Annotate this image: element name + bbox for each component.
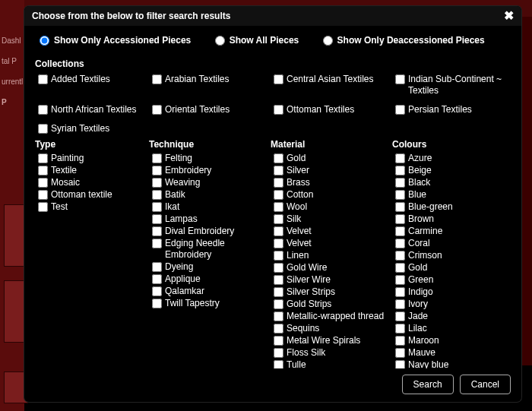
colour-green[interactable]: Green — [395, 274, 514, 286]
technique-embroidery[interactable]: Embroidery — [152, 165, 271, 176]
material-tulle[interactable]: Tulle — [274, 359, 392, 369]
collection-indian-sub-continent-textiles-checkbox[interactable] — [395, 74, 405, 84]
material-gold-checkbox[interactable] — [274, 153, 283, 163]
material-brass-checkbox[interactable] — [274, 178, 283, 188]
colour-jade[interactable]: Jade — [395, 311, 514, 322]
collection-north-african-textiles[interactable]: North African Textiles — [38, 104, 152, 115]
collection-ottoman-textiles-checkbox[interactable] — [274, 105, 283, 115]
technique-batik-checkbox[interactable] — [152, 190, 162, 200]
colour-coral[interactable]: Coral — [395, 238, 514, 249]
technique-edging-needle-embroidery-checkbox[interactable] — [152, 239, 162, 248]
technique-twill-tapestry[interactable]: Twill Tapestry — [152, 298, 271, 309]
technique-weaving-checkbox[interactable] — [152, 178, 162, 188]
colour-navy-blue-checkbox[interactable] — [395, 360, 405, 369]
colour-mauve-checkbox[interactable] — [395, 348, 405, 358]
material-silk[interactable]: Silk — [274, 213, 392, 225]
colour-brown[interactable]: Brown — [395, 213, 514, 225]
material-gold-strips-checkbox[interactable] — [274, 299, 283, 309]
technique-dival-embroidery[interactable]: Dival Embroidery — [152, 226, 271, 237]
material-silver-strips[interactable]: Silver Strips — [274, 286, 392, 298]
material-velvet-checkbox[interactable] — [274, 239, 283, 248]
material-gold[interactable]: Gold — [274, 153, 392, 164]
material-velvet[interactable]: Velvet — [274, 226, 392, 237]
technique-batik[interactable]: Batik — [152, 189, 271, 201]
type-painting[interactable]: Painting — [38, 153, 149, 164]
colour-ivory[interactable]: Ivory — [395, 299, 514, 310]
technique-felting[interactable]: Felting — [152, 153, 271, 164]
collection-north-african-textiles-checkbox[interactable] — [38, 105, 48, 115]
colour-maroon[interactable]: Maroon — [395, 335, 514, 346]
colour-coral-checkbox[interactable] — [395, 239, 405, 248]
colour-crimson-checkbox[interactable] — [395, 251, 405, 261]
colour-azure[interactable]: Azure — [395, 153, 514, 164]
technique-dival-embroidery-checkbox[interactable] — [152, 226, 162, 236]
material-wool-checkbox[interactable] — [274, 202, 283, 212]
material-gold-wire-checkbox[interactable] — [274, 263, 283, 273]
colour-crimson[interactable]: Crimson — [395, 250, 514, 261]
technique-applique[interactable]: Applique — [152, 273, 271, 285]
material-silver-strips-checkbox[interactable] — [274, 287, 283, 297]
type-textile-checkbox[interactable] — [38, 166, 48, 175]
colour-indigo-checkbox[interactable] — [395, 287, 405, 297]
material-velvet-checkbox[interactable] — [274, 226, 283, 236]
collection-added-textiles[interactable]: Added Textiles — [38, 74, 152, 96]
collection-persian-textiles-checkbox[interactable] — [395, 105, 405, 115]
collection-syrian-textiles[interactable]: Syrian Textiles — [38, 123, 152, 134]
type-textile[interactable]: Textile — [38, 165, 149, 176]
technique-qalamkar-checkbox[interactable] — [152, 286, 162, 296]
colour-mauve[interactable]: Mauve — [395, 347, 514, 359]
colour-blue[interactable]: Blue — [395, 189, 514, 201]
technique-twill-tapestry-checkbox[interactable] — [152, 299, 162, 308]
colour-navy-blue[interactable]: Navy blue — [395, 359, 514, 369]
material-silk-checkbox[interactable] — [274, 214, 283, 224]
type-test-checkbox[interactable] — [38, 202, 48, 212]
technique-ikat-checkbox[interactable] — [152, 202, 162, 212]
colour-black[interactable]: Black — [395, 177, 514, 188]
material-metallic-wrapped-thread[interactable]: Metallic-wrapped thread — [274, 311, 392, 322]
colour-carmine[interactable]: Carmine — [395, 226, 514, 237]
collection-ottoman-textiles[interactable]: Ottoman Textiles — [274, 104, 395, 115]
material-gold-strips[interactable]: Gold Strips — [274, 299, 392, 310]
colour-beige[interactable]: Beige — [395, 165, 514, 176]
collection-arabian-textiles-checkbox[interactable] — [152, 74, 162, 84]
radio-accessioned[interactable]: Show Only Accessioned Pieces — [40, 35, 191, 46]
collection-central-asian-textiles-checkbox[interactable] — [274, 74, 283, 84]
technique-qalamkar[interactable]: Qalamkar — [152, 286, 271, 297]
cancel-button[interactable]: Cancel — [460, 375, 511, 394]
technique-lampas[interactable]: Lampas — [152, 213, 271, 225]
colour-jade-checkbox[interactable] — [395, 311, 405, 321]
material-silver-checkbox[interactable] — [274, 166, 283, 175]
colour-gold[interactable]: Gold — [395, 262, 514, 273]
material-tulle-checkbox[interactable] — [274, 360, 283, 369]
technique-ikat[interactable]: Ikat — [152, 201, 271, 213]
colour-blue-checkbox[interactable] — [395, 190, 405, 200]
material-velvet[interactable]: Velvet — [274, 238, 392, 249]
colour-lilac[interactable]: Lilac — [395, 323, 514, 334]
colour-indigo[interactable]: Indigo — [395, 286, 514, 298]
colour-carmine-checkbox[interactable] — [395, 226, 405, 236]
technique-dyeing[interactable]: Dyeing — [152, 261, 271, 273]
material-metal-wire-spirals[interactable]: Metal Wire Spirals — [274, 335, 392, 346]
radio-all-input[interactable] — [215, 36, 225, 46]
technique-lampas-checkbox[interactable] — [152, 214, 162, 224]
material-sequins[interactable]: Sequins — [274, 323, 392, 334]
technique-applique-checkbox[interactable] — [152, 274, 162, 284]
type-ottoman-textile[interactable]: Ottoman textile — [38, 189, 149, 201]
collection-central-asian-textiles[interactable]: Central Asian Textiles — [274, 74, 395, 96]
colour-blue-green[interactable]: Blue-green — [395, 201, 514, 213]
type-painting-checkbox[interactable] — [38, 153, 48, 163]
technique-dyeing-checkbox[interactable] — [152, 262, 162, 272]
search-button[interactable]: Search — [402, 375, 454, 394]
type-mosaic[interactable]: Mosaic — [38, 177, 149, 188]
radio-accessioned-input[interactable] — [40, 36, 49, 46]
technique-felting-checkbox[interactable] — [152, 153, 162, 163]
technique-edging-needle-embroidery[interactable]: Edging Needle Embroidery — [152, 238, 271, 261]
colour-maroon-checkbox[interactable] — [395, 336, 405, 346]
type-ottoman-textile-checkbox[interactable] — [38, 190, 48, 200]
collection-oriental-textiles-checkbox[interactable] — [152, 105, 162, 115]
material-silver-wire-checkbox[interactable] — [274, 275, 283, 285]
technique-embroidery-checkbox[interactable] — [152, 166, 162, 175]
material-cotton[interactable]: Cotton — [274, 189, 392, 201]
collection-arabian-textiles[interactable]: Arabian Textiles — [152, 74, 274, 96]
colour-blue-green-checkbox[interactable] — [395, 202, 405, 212]
